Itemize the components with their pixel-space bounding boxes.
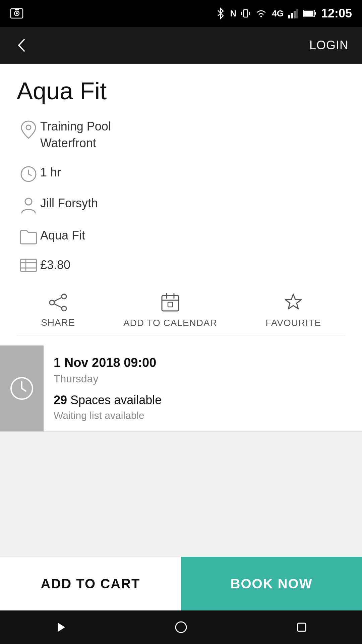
nfc-icon: N bbox=[230, 8, 236, 19]
svg-point-23 bbox=[50, 300, 54, 305]
action-row: SHARE ADD TO CALENDAR FAVOURITE bbox=[17, 285, 345, 335]
svg-rect-10 bbox=[294, 11, 296, 18]
location-icon bbox=[17, 119, 40, 140]
duration-text: 1 hr bbox=[40, 164, 61, 181]
svg-point-17 bbox=[25, 198, 32, 205]
nav-bar: LOGIN bbox=[0, 27, 362, 64]
calendar-icon bbox=[160, 292, 181, 313]
svg-rect-18 bbox=[20, 259, 37, 271]
svg-rect-36 bbox=[298, 623, 306, 631]
bluetooth-icon bbox=[216, 7, 225, 20]
network-icon: 4G bbox=[272, 8, 284, 19]
svg-rect-27 bbox=[162, 296, 179, 311]
android-recents-button[interactable] bbox=[294, 620, 309, 635]
svg-rect-9 bbox=[291, 13, 293, 18]
login-button[interactable]: LOGIN bbox=[309, 38, 349, 52]
favourite-label: FAVOURITE bbox=[265, 318, 321, 328]
clock-icon bbox=[17, 165, 40, 183]
session-day: Thursday bbox=[54, 373, 352, 385]
price-row: £3.80 bbox=[17, 257, 345, 273]
svg-line-25 bbox=[54, 298, 62, 301]
session-card-thumbnail bbox=[0, 345, 44, 431]
session-datetime: 1 Nov 2018 09:00 bbox=[54, 356, 352, 370]
favourite-button[interactable]: FAVOURITE bbox=[265, 292, 321, 328]
location-text: Training PoolWaterfront bbox=[40, 118, 111, 152]
svg-point-24 bbox=[62, 306, 66, 311]
status-bar: N 4G 12:05 bbox=[0, 0, 362, 27]
share-button[interactable]: SHARE bbox=[41, 292, 75, 328]
android-back-button[interactable] bbox=[53, 620, 68, 635]
status-bar-left bbox=[10, 7, 23, 20]
signal-icon bbox=[288, 8, 298, 18]
category-text: Aqua Fit bbox=[40, 227, 85, 244]
instructor-text: Jill Forsyth bbox=[40, 195, 98, 212]
back-button[interactable] bbox=[13, 37, 30, 54]
svg-rect-13 bbox=[304, 11, 313, 16]
android-home-button[interactable] bbox=[174, 620, 188, 635]
android-nav-bar bbox=[0, 610, 362, 644]
person-icon bbox=[17, 196, 40, 215]
svg-point-2 bbox=[16, 12, 18, 14]
photo-icon bbox=[10, 7, 23, 20]
duration-row: 1 hr bbox=[17, 164, 345, 183]
share-label: SHARE bbox=[41, 317, 75, 328]
vibrate-icon bbox=[241, 7, 250, 20]
svg-rect-3 bbox=[15, 9, 19, 10]
book-now-button[interactable]: BOOK NOW bbox=[181, 557, 362, 610]
price-icon bbox=[17, 258, 40, 273]
main-content: Aqua Fit Training PoolWaterfront 1 hr bbox=[0, 64, 362, 345]
session-spaces: 29 Spaces available bbox=[54, 393, 352, 407]
svg-rect-8 bbox=[288, 15, 290, 18]
instructor-row: Jill Forsyth bbox=[17, 195, 345, 215]
svg-rect-31 bbox=[168, 302, 173, 307]
share-icon bbox=[48, 292, 68, 313]
svg-point-15 bbox=[26, 125, 31, 130]
session-clock-icon bbox=[8, 375, 35, 402]
price-text: £3.80 bbox=[40, 257, 70, 273]
svg-marker-34 bbox=[58, 623, 65, 632]
bottom-bar: ADD TO CART BOOK NOW bbox=[0, 557, 362, 610]
add-to-cart-button[interactable]: ADD TO CART bbox=[0, 557, 181, 610]
add-to-calendar-label: ADD TO CALENDAR bbox=[123, 318, 217, 328]
svg-rect-4 bbox=[244, 10, 248, 17]
svg-line-26 bbox=[54, 304, 62, 308]
status-time: 12:05 bbox=[321, 6, 352, 20]
add-to-calendar-button[interactable]: ADD TO CALENDAR bbox=[123, 292, 217, 328]
session-spaces-label: Spaces available bbox=[70, 393, 162, 407]
location-row: Training PoolWaterfront bbox=[17, 118, 345, 152]
svg-point-35 bbox=[176, 622, 186, 633]
svg-rect-14 bbox=[315, 12, 316, 15]
star-icon bbox=[283, 292, 304, 313]
svg-marker-32 bbox=[285, 294, 301, 309]
page-title: Aqua Fit bbox=[17, 77, 345, 105]
category-row: Aqua Fit bbox=[17, 227, 345, 245]
svg-point-22 bbox=[62, 294, 66, 299]
session-waiting-list: Waiting list available bbox=[54, 410, 352, 421]
session-card-info: 1 Nov 2018 09:00 Thursday 29 Spaces avai… bbox=[44, 345, 362, 431]
battery-icon bbox=[303, 9, 316, 18]
wifi-icon bbox=[255, 8, 267, 18]
svg-rect-11 bbox=[296, 9, 298, 18]
session-card: 1 Nov 2018 09:00 Thursday 29 Spaces avai… bbox=[0, 345, 362, 432]
status-bar-right: N 4G 12:05 bbox=[216, 6, 352, 20]
svg-point-7 bbox=[260, 16, 262, 17]
folder-icon bbox=[17, 228, 40, 245]
session-spaces-count: 29 bbox=[54, 393, 67, 407]
